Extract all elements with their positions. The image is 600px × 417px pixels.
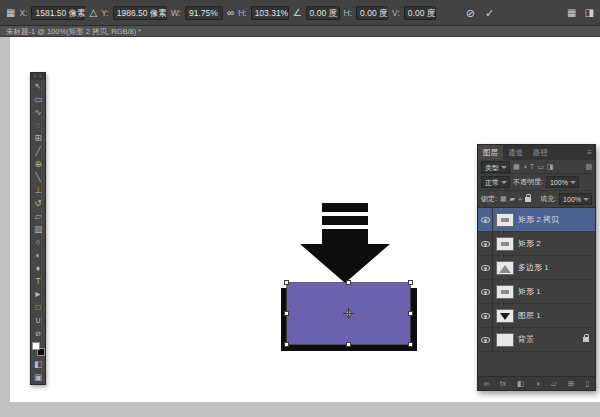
layer-row-rect2-copy[interactable]: 矩形 2 拷贝 <box>478 208 595 232</box>
quick-mask-button[interactable]: ◧ <box>31 358 45 371</box>
reference-point-icon[interactable]: ▦ <box>6 7 15 18</box>
filter-shape-icon[interactable]: ▭ <box>537 163 544 171</box>
lock-all-icon[interactable] <box>525 197 531 202</box>
relative-position-icon[interactable]: △ <box>89 7 97 18</box>
height-label: H: <box>238 8 247 18</box>
link-layers-icon[interactable]: ∞ <box>484 379 489 388</box>
filter-type-icon[interactable]: T <box>530 163 534 170</box>
eye-icon <box>481 241 490 247</box>
gradient-tool[interactable]: ▥ <box>31 223 45 236</box>
tab-layers[interactable]: 图层 <box>478 145 503 160</box>
layer-row-polygon1[interactable]: 多边形 1 <box>478 256 595 280</box>
path-selection-tool[interactable]: ► <box>31 288 45 301</box>
layer-row-layer1[interactable]: 图层 1 <box>478 304 595 328</box>
layer-thumbnail[interactable] <box>496 285 514 299</box>
transform-handle-middle-right[interactable] <box>408 311 413 316</box>
type-tool[interactable]: T <box>31 275 45 288</box>
cancel-transform-button[interactable]: ⊘ <box>466 6 475 20</box>
v-skew-input[interactable]: 0.00 度 <box>404 6 436 20</box>
layer-thumbnail[interactable] <box>496 213 514 227</box>
pen-tool[interactable]: ♦ <box>31 262 45 275</box>
y-label: Y: <box>101 8 109 18</box>
transform-handle-top-left[interactable] <box>284 280 289 285</box>
document-tab[interactable]: 未标题-1 @ 100%(矩形 2 拷贝, RGB/8) * <box>0 26 600 37</box>
layer-thumbnail[interactable] <box>496 333 514 347</box>
eyedropper-tool[interactable]: ╱ <box>31 145 45 158</box>
filter-adjustment-icon[interactable]: ◑ <box>523 163 527 170</box>
toolbox-grip[interactable]: • • <box>31 73 45 80</box>
dodge-tool[interactable]: ◐ <box>31 249 45 262</box>
visibility-toggle[interactable] <box>478 256 493 279</box>
visibility-toggle[interactable] <box>478 208 493 231</box>
commit-transform-button[interactable]: ✓ <box>485 6 494 20</box>
filter-smart-object-icon[interactable]: ◨ <box>547 163 554 171</box>
filter-pixel-icon[interactable]: ▦ <box>513 163 520 171</box>
filter-toggle-icon[interactable]: ▨ <box>585 163 592 171</box>
x-input[interactable]: 1581.50 像素 <box>31 6 85 20</box>
workspace-icon-2[interactable]: ◨ <box>585 7 594 18</box>
new-layer-icon[interactable]: ⊞ <box>568 379 574 388</box>
width-input[interactable]: 91.75% <box>185 6 223 20</box>
new-group-icon[interactable]: ▱ <box>551 379 557 388</box>
move-tool[interactable]: ↖ <box>31 80 45 93</box>
lasso-tool[interactable]: ∿ <box>31 106 45 119</box>
zoom-tool[interactable]: ⌀ <box>31 327 45 340</box>
tab-channels[interactable]: 通道 <box>503 145 528 160</box>
brush-tool[interactable]: ╲ <box>31 171 45 184</box>
visibility-toggle[interactable] <box>478 232 493 255</box>
adjustment-layer-icon[interactable]: ◑ <box>535 379 540 388</box>
color-swatches[interactable] <box>32 342 45 356</box>
visibility-toggle[interactable] <box>478 280 493 303</box>
layer-row-rect1[interactable]: 矩形 1 <box>478 280 595 304</box>
transform-reference-point[interactable] <box>345 310 352 317</box>
clone-stamp-tool[interactable]: ⊥ <box>31 184 45 197</box>
link-dimensions-icon[interactable]: ∞ <box>227 7 234 18</box>
eye-icon <box>481 289 490 295</box>
fill-select[interactable]: 100% <box>559 193 592 205</box>
filter-kind-select[interactable]: 类型 <box>481 161 510 173</box>
rotate-angle-icon: ∠ <box>293 7 302 18</box>
shape-tool[interactable]: □ <box>31 301 45 314</box>
layer-row-background[interactable]: 背景 <box>478 328 595 352</box>
transform-handle-bottom-right[interactable] <box>408 342 413 347</box>
y-input[interactable]: 1986.50 像素 <box>113 6 167 20</box>
lock-position-icon[interactable]: + <box>518 196 522 203</box>
lock-transparency-icon[interactable]: ▦ <box>500 195 507 203</box>
blur-tool[interactable]: ○ <box>31 236 45 249</box>
transform-handle-bottom-left[interactable] <box>284 342 289 347</box>
healing-brush-tool[interactable]: ⊕ <box>31 158 45 171</box>
blend-mode-select[interactable]: 正常 <box>481 176 510 188</box>
add-mask-icon[interactable]: ◧ <box>517 379 524 388</box>
transform-handle-bottom-middle[interactable] <box>346 342 351 347</box>
crop-tool[interactable]: ⊞ <box>31 132 45 145</box>
layer-name: 矩形 2 <box>518 238 541 249</box>
lock-label: 锁定: <box>481 194 497 204</box>
transform-handle-top-right[interactable] <box>408 280 413 285</box>
visibility-toggle[interactable] <box>478 328 493 351</box>
hand-tool[interactable]: ∪ <box>31 314 45 327</box>
transform-handle-top-middle[interactable] <box>346 280 351 285</box>
workspace-icon-1[interactable]: ▦ <box>567 7 576 18</box>
layer-thumbnail[interactable] <box>496 237 514 251</box>
layer-thumbnail[interactable] <box>496 261 514 275</box>
tab-paths[interactable]: 路径 <box>528 145 553 160</box>
height-input[interactable]: 103.31% <box>251 6 289 20</box>
eraser-tool[interactable]: ▱ <box>31 210 45 223</box>
delete-layer-icon[interactable]: ▯ <box>585 379 589 388</box>
layer-style-icon[interactable]: fx <box>500 379 506 388</box>
eye-icon <box>481 313 490 319</box>
panel-menu-icon[interactable]: ≡ <box>587 145 595 160</box>
lock-pixels-icon[interactable]: ▰ <box>510 195 515 203</box>
layer-thumbnail[interactable] <box>496 309 514 323</box>
marquee-tool[interactable]: ▭ <box>31 93 45 106</box>
visibility-toggle[interactable] <box>478 304 493 327</box>
rotation-input[interactable]: 0.00 度 <box>306 6 340 20</box>
screen-mode-button[interactable]: ▣ <box>31 371 45 384</box>
opacity-select[interactable]: 100% <box>546 176 579 188</box>
transform-handle-middle-left[interactable] <box>284 311 289 316</box>
quick-selection-tool[interactable]: ◌ <box>31 119 45 132</box>
layer-row-rect2[interactable]: 矩形 2 <box>478 232 595 256</box>
history-brush-tool[interactable]: ↺ <box>31 197 45 210</box>
foreground-color-swatch[interactable] <box>32 342 40 350</box>
h-skew-input[interactable]: 0.00 度 <box>356 6 388 20</box>
